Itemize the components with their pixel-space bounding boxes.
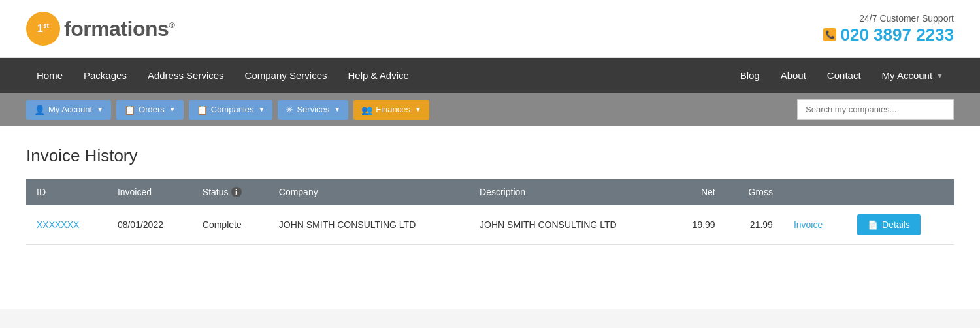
finances-icon: 👥 bbox=[361, 105, 372, 115]
details-button[interactable]: 📄 Details bbox=[857, 214, 921, 235]
details-doc-icon: 📄 bbox=[868, 220, 878, 230]
search-area bbox=[797, 99, 954, 120]
table-row: XXXXXXX 08/01/2022 Complete JOHN SMITH C… bbox=[26, 205, 954, 245]
nav-blog[interactable]: Blog bbox=[730, 58, 770, 93]
phone-number[interactable]: 020 3897 2233 bbox=[840, 25, 954, 45]
col-header-net: Net bbox=[670, 179, 725, 205]
nav-company-services[interactable]: Company Services bbox=[235, 58, 338, 93]
logo-area: 1st formations® bbox=[26, 12, 174, 46]
nav-contact[interactable]: Contact bbox=[817, 58, 872, 93]
invoice-link[interactable]: Invoice bbox=[794, 220, 823, 230]
orders-icon: 📋 bbox=[124, 105, 135, 115]
finances-btn-label: Finances bbox=[376, 105, 410, 114]
orders-btn-label: Orders bbox=[139, 105, 165, 114]
phone-icon: 📞 bbox=[823, 28, 836, 41]
support-area: 24/7 Customer Support 📞 020 3897 2233 bbox=[823, 13, 954, 45]
row-description: JOHN SMITH CONSULTING LTD bbox=[469, 205, 670, 245]
nav-help-advice[interactable]: Help & Advice bbox=[338, 58, 419, 93]
col-header-invoiced: Invoiced bbox=[107, 179, 192, 205]
col-header-id: ID bbox=[26, 179, 107, 205]
nav-about[interactable]: About bbox=[770, 58, 817, 93]
col-header-actions bbox=[783, 179, 847, 205]
col-header-description: Description bbox=[469, 179, 670, 205]
support-label: 24/7 Customer Support bbox=[823, 13, 954, 24]
person-icon: 👤 bbox=[34, 105, 45, 115]
companies-btn-label: Companies bbox=[211, 105, 254, 114]
finances-button[interactable]: 👥 Finances ▼ bbox=[353, 100, 429, 120]
search-input[interactable] bbox=[797, 99, 954, 120]
orders-arrow-icon: ▼ bbox=[169, 106, 176, 113]
account-bar: 👤 My Account ▼ 📋 Orders ▼ 📋 Companies ▼ … bbox=[0, 93, 980, 126]
logo-circle: 1st bbox=[26, 12, 60, 46]
col-header-details bbox=[847, 179, 954, 205]
row-details-cell: 📄 Details bbox=[847, 205, 954, 245]
services-arrow-icon: ▼ bbox=[334, 106, 340, 113]
logo-text: formations® bbox=[64, 17, 174, 41]
nav-my-account-label: My Account bbox=[882, 70, 933, 81]
nav-packages[interactable]: Packages bbox=[73, 58, 137, 93]
logo-badge: 1st bbox=[37, 23, 49, 34]
col-header-company: Company bbox=[269, 179, 469, 205]
services-button[interactable]: ✳ Services ▼ bbox=[278, 100, 348, 120]
status-info-icon[interactable]: i bbox=[231, 187, 242, 197]
nav-home[interactable]: Home bbox=[26, 58, 73, 93]
col-header-status: Status i bbox=[192, 179, 269, 205]
main-nav: Home Packages Address Services Company S… bbox=[0, 58, 980, 93]
my-account-btn-label: My Account bbox=[48, 105, 92, 114]
company-link[interactable]: JOHN SMITH CONSULTING LTD bbox=[279, 220, 416, 230]
orders-button[interactable]: 📋 Orders ▼ bbox=[116, 100, 184, 120]
site-header: 1st formations® 24/7 Customer Support 📞 … bbox=[0, 0, 980, 58]
row-status: Complete bbox=[192, 205, 269, 245]
companies-icon: 📋 bbox=[197, 105, 208, 115]
col-header-status-label: Status bbox=[203, 187, 229, 197]
my-account-arrow-icon: ▼ bbox=[97, 106, 103, 113]
invoice-table: ID Invoiced Status i Company Description… bbox=[26, 179, 954, 245]
logo-registered: ® bbox=[169, 20, 174, 30]
nav-my-account[interactable]: My Account ▼ bbox=[872, 58, 954, 93]
details-btn-label: Details bbox=[882, 220, 910, 230]
nav-address-services[interactable]: Address Services bbox=[137, 58, 235, 93]
phone-line: 📞 020 3897 2233 bbox=[823, 25, 954, 45]
services-icon: ✳ bbox=[286, 105, 293, 115]
companies-arrow-icon: ▼ bbox=[259, 106, 265, 113]
page-title: Invoice History bbox=[26, 146, 954, 166]
table-header-row: ID Invoiced Status i Company Description… bbox=[26, 179, 954, 205]
account-bar-buttons: 👤 My Account ▼ 📋 Orders ▼ 📋 Companies ▼ … bbox=[26, 100, 432, 120]
row-gross: 21.99 bbox=[726, 205, 783, 245]
my-account-button[interactable]: 👤 My Account ▼ bbox=[26, 100, 111, 120]
row-company: JOHN SMITH CONSULTING LTD bbox=[269, 205, 469, 245]
row-net: 19.99 bbox=[670, 205, 725, 245]
invoice-id-link[interactable]: XXXXXXX bbox=[37, 220, 79, 230]
nav-left: Home Packages Address Services Company S… bbox=[26, 58, 730, 93]
row-invoice-link-cell: Invoice bbox=[783, 205, 847, 245]
row-invoiced: 08/01/2022 bbox=[107, 205, 192, 245]
finances-arrow-icon: ▼ bbox=[415, 106, 421, 113]
companies-button[interactable]: 📋 Companies ▼ bbox=[189, 100, 273, 120]
row-id: XXXXXXX bbox=[26, 205, 107, 245]
main-content: Invoice History ID Invoiced Status i Com… bbox=[0, 126, 980, 309]
col-header-gross: Gross bbox=[726, 179, 783, 205]
chevron-down-icon: ▼ bbox=[936, 72, 943, 80]
services-btn-label: Services bbox=[297, 105, 329, 114]
nav-right: Blog About Contact My Account ▼ bbox=[730, 58, 954, 93]
